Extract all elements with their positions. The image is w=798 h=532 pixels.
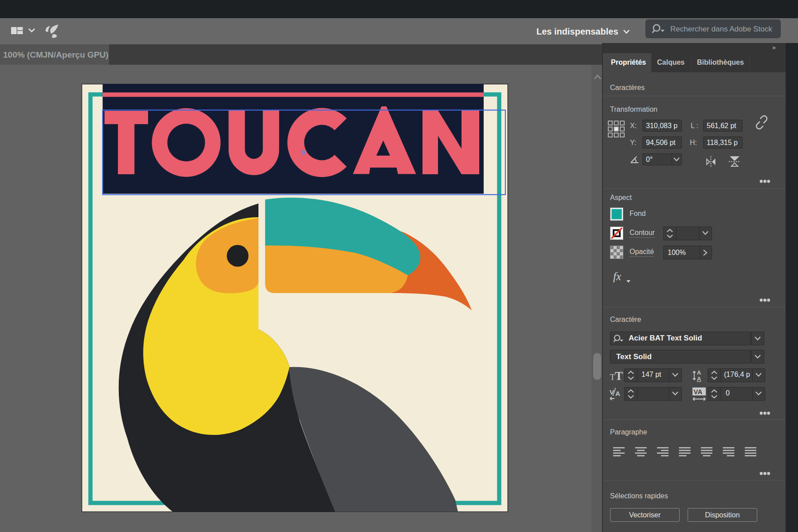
svg-text:A: A [615,390,620,397]
svg-text:A: A [697,369,701,376]
svg-text:VA: VA [694,388,703,395]
svg-text:A: A [697,376,701,382]
